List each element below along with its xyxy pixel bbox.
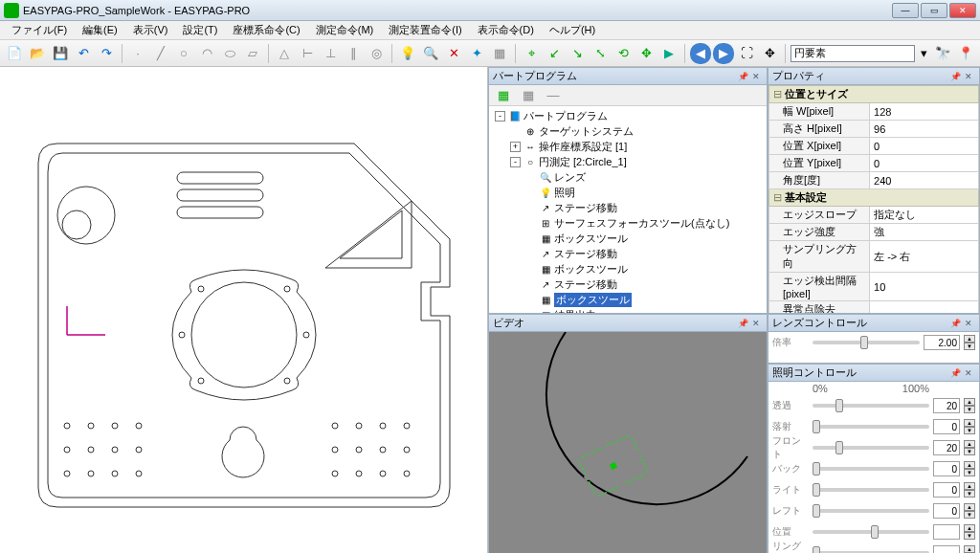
tree-del-icon[interactable]: — (543, 85, 564, 106)
binoculars-icon[interactable]: 🔭 (932, 43, 953, 64)
light-spinner[interactable]: ▲▼ (964, 524, 975, 540)
light-spinner[interactable]: ▲▼ (964, 398, 975, 413)
fit-icon[interactable]: ⛶ (736, 43, 757, 64)
menu-item[interactable]: 測定命令(M) (308, 23, 382, 37)
tree-collapse-icon[interactable]: - (495, 111, 505, 122)
tree-copy-icon[interactable]: ▦ (518, 85, 539, 106)
zoom-spinner[interactable]: ▲▼ (964, 335, 975, 350)
maximize-button[interactable]: ▭ (921, 3, 947, 18)
light-value[interactable] (933, 524, 960, 540)
grid-icon[interactable]: ▦ (489, 43, 510, 64)
axis1-icon[interactable]: ↙ (544, 43, 565, 64)
light-slider[interactable] (813, 467, 929, 471)
zoom-icon[interactable]: 🔍 (420, 43, 441, 64)
program-tree[interactable]: -📘パートプログラム ⊕ターゲットシステム+↔操作座標系設定 [1]-○円測定 … (489, 106, 767, 313)
minimize-button[interactable]: — (892, 3, 919, 18)
pin-icon[interactable]: 📍 (955, 43, 976, 64)
light-spinner[interactable]: ▲▼ (964, 503, 975, 519)
tree-node[interactable]: ⊞サーフェスフォーカスツール(点なし) (491, 215, 765, 231)
axis3-icon[interactable]: ⤡ (590, 43, 611, 64)
light-spinner[interactable]: ▲▼ (964, 545, 975, 553)
rotate-icon[interactable]: ⟲ (612, 43, 634, 64)
pin-icon[interactable]: 📌 (948, 70, 962, 83)
panel-close-icon[interactable]: ✕ (962, 317, 975, 330)
tree-toggle-icon[interactable]: + (510, 142, 521, 152)
close-button[interactable]: ✕ (949, 3, 976, 18)
prop-value[interactable]: 10 (870, 273, 979, 301)
tree-node[interactable]: -○円測定 [2:Circle_1] (491, 154, 765, 169)
light-value[interactable] (933, 440, 960, 455)
prop-section[interactable]: 基本設定 (769, 189, 979, 207)
move-icon[interactable]: ✥ (759, 43, 780, 64)
prop-value[interactable]: 強 (870, 224, 979, 241)
prop-value[interactable]: 0 (870, 138, 979, 155)
prop-value[interactable]: 指定なし (870, 207, 979, 224)
dist-icon[interactable]: ⊢ (297, 43, 318, 64)
prop-value[interactable]: 0 (870, 155, 979, 172)
conc-icon[interactable]: ◎ (366, 43, 387, 64)
bulb-icon[interactable]: 💡 (397, 43, 418, 64)
panel-close-icon[interactable]: ✕ (962, 70, 975, 83)
save-icon[interactable]: 💾 (50, 43, 71, 64)
nav-left-icon[interactable]: ◀ (690, 43, 711, 64)
light-value[interactable] (933, 461, 960, 476)
menu-item[interactable]: 表示(V) (125, 23, 176, 37)
line-icon[interactable]: ╱ (150, 43, 171, 64)
tree-node[interactable]: ▤結果出力 (491, 307, 765, 313)
panel-close-icon[interactable]: ✕ (749, 70, 763, 83)
light-spinner[interactable]: ▲▼ (964, 482, 975, 498)
tree-add-icon[interactable]: ▦ (493, 85, 514, 106)
drawing-canvas[interactable] (0, 67, 488, 553)
circle-icon[interactable]: ○ (173, 43, 194, 64)
light-value[interactable] (933, 419, 960, 434)
light-value[interactable] (933, 482, 960, 498)
light-value[interactable] (933, 545, 960, 553)
undo-icon[interactable]: ↶ (73, 43, 94, 64)
light-slider[interactable] (813, 509, 929, 513)
menu-item[interactable]: ファイル(F) (4, 23, 75, 37)
cross-icon[interactable]: ✕ (443, 43, 464, 64)
angle-icon[interactable]: △ (274, 43, 295, 64)
ellipse-icon[interactable]: ⬭ (219, 43, 240, 64)
video-view[interactable] (489, 332, 767, 553)
menu-item[interactable]: 設定(T) (175, 23, 225, 37)
prop-value[interactable]: 128 (870, 103, 979, 121)
tree-node[interactable]: ⊕ターゲットシステム (491, 123, 765, 139)
arc-icon[interactable]: ◠ (196, 43, 217, 64)
tree-toggle-icon[interactable]: - (510, 157, 521, 167)
redo-icon[interactable]: ↷ (96, 43, 117, 64)
par-icon[interactable]: ∥ (343, 43, 364, 64)
light-spinner[interactable]: ▲▼ (964, 440, 975, 455)
tree-node[interactable]: ▦ボックスツール (491, 292, 765, 307)
tree-node[interactable]: 💡照明 (491, 185, 765, 200)
light-slider[interactable] (813, 425, 929, 429)
align-icon[interactable]: ▶ (658, 43, 679, 64)
light-slider[interactable] (813, 488, 929, 492)
translate-icon[interactable]: ✥ (635, 43, 657, 64)
prop-section[interactable]: 位置とサイズ (769, 86, 979, 103)
light-slider[interactable] (813, 446, 929, 450)
point-icon[interactable]: · (127, 43, 148, 64)
tree-root-label[interactable]: パートプログラム (523, 109, 608, 123)
tree-node[interactable]: ↗ステージ移動 (491, 246, 765, 261)
menu-item[interactable]: 測定装置命令(I) (381, 23, 469, 37)
element-search-input[interactable] (791, 45, 915, 62)
perp-icon[interactable]: ⊥ (320, 43, 341, 64)
prop-value[interactable] (870, 301, 979, 314)
prop-value[interactable]: 96 (870, 121, 979, 138)
prop-value[interactable]: 240 (870, 172, 979, 189)
axis2-icon[interactable]: ↘ (567, 43, 588, 64)
origin-icon[interactable]: ⌖ (521, 43, 542, 64)
light-spinner[interactable]: ▲▼ (964, 461, 975, 476)
light-slider[interactable] (813, 404, 929, 408)
menu-item[interactable]: 表示命令(D) (470, 23, 542, 37)
rect-icon[interactable]: ▱ (242, 43, 263, 64)
menu-item[interactable]: ヘルプ(H) (542, 23, 603, 37)
pin-icon[interactable]: 📌 (948, 366, 962, 380)
light-value[interactable] (933, 503, 960, 519)
prop-value[interactable]: 左 -> 右 (870, 241, 979, 273)
property-grid[interactable]: 位置とサイズ幅 W[pixel]128高さ H[pixel]96位置 X[pix… (768, 85, 979, 313)
light-spinner[interactable]: ▲▼ (964, 419, 975, 434)
light-value[interactable] (933, 398, 960, 413)
tree-node[interactable]: ↗ステージ移動 (491, 200, 765, 215)
